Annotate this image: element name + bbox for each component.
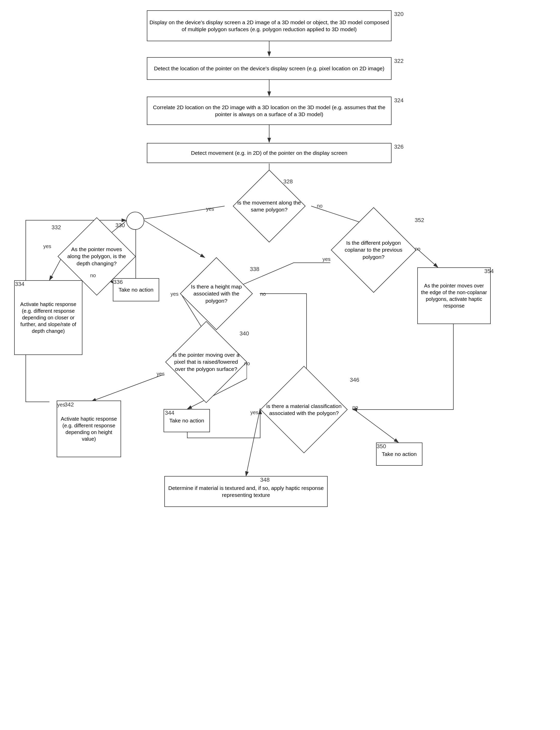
node-346: is there a material classification assoc… (250, 376, 358, 443)
node-338: Is there a height map associated with th… (170, 265, 263, 322)
label-352: 352 (415, 217, 424, 224)
node-348: Determine if material is textured and, i… (164, 476, 328, 507)
node-324: Correlate 2D location on the 2D image wi… (147, 97, 392, 125)
label-338: 338 (250, 266, 259, 273)
label-336: 336 (113, 279, 123, 285)
svg-line-8 (144, 220, 205, 258)
label-348: 348 (260, 477, 270, 483)
label-320: 320 (394, 11, 404, 18)
no-label-352: no (415, 246, 420, 252)
svg-line-12 (91, 375, 163, 401)
yes-label-352: yes (323, 256, 330, 262)
node-354: As the pointer moves over the edge of th… (417, 267, 491, 324)
svg-line-16 (352, 408, 398, 443)
no-label-332: no (90, 273, 96, 278)
no-label-346: no (352, 404, 358, 410)
yes-label-332: yes (43, 243, 51, 249)
no-label-328: no (317, 203, 323, 209)
node-352: Is the different polygon coplanar to the… (322, 216, 425, 283)
label-342: 342 (64, 401, 74, 408)
label-354: 354 (484, 268, 494, 275)
node-328: is the movement along the same polygon? (214, 178, 325, 234)
yes-label-328: yes (206, 206, 214, 212)
yes-label-340: yes (157, 371, 165, 377)
yes-label-338: yes (171, 291, 179, 297)
no-label-338: no (260, 291, 266, 297)
label-324: 324 (394, 97, 404, 104)
label-340: 340 (240, 330, 249, 337)
node-342: Activate haptic response (e.g. different… (57, 401, 121, 457)
flowchart-container: { "nodes": { "n320": { "label": "Display… (0, 0, 560, 730)
node-340: Is the pointer moving over a pixel that … (157, 330, 255, 394)
label-350: 350 (377, 443, 386, 450)
label-332: 332 (52, 224, 61, 231)
yes-label-346: yes (250, 410, 258, 415)
label-322: 322 (394, 58, 404, 64)
no-label-340: no (244, 361, 250, 367)
yes-label-342: yes (57, 402, 65, 408)
node-320: Display on the device's display screen a… (147, 10, 392, 41)
label-328: 328 (283, 178, 293, 185)
label-344: 344 (165, 410, 174, 416)
node-334: Activate haptic response (e.g. different… (14, 280, 82, 355)
node-326: Detect movement (e.g. in 2D) of the poin… (147, 143, 392, 163)
label-326: 326 (394, 143, 404, 150)
label-334: 334 (15, 281, 24, 287)
label-346: 346 (350, 377, 359, 383)
node-322: Detect the location of the pointer on th… (147, 57, 392, 80)
